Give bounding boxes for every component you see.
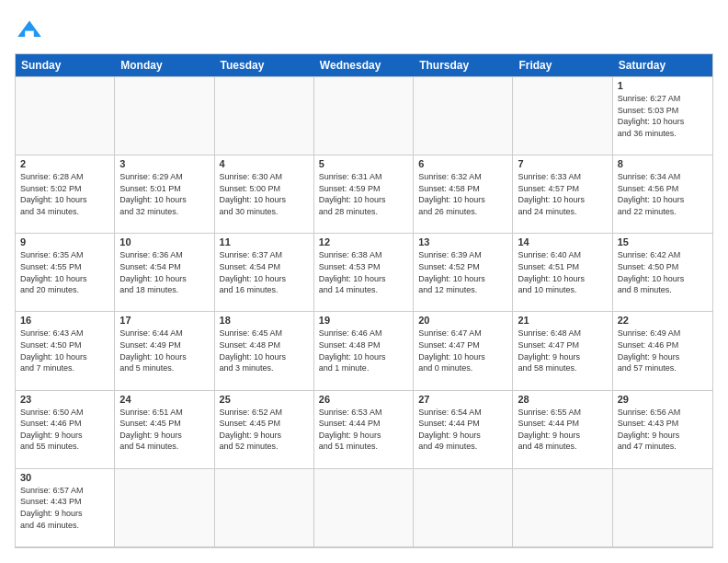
calendar-day-18: 18Sunrise: 6:45 AM Sunset: 4:48 PM Dayli… — [215, 312, 314, 390]
day-number: 9 — [20, 236, 109, 247]
day-info: Sunrise: 6:34 AM Sunset: 4:56 PM Dayligh… — [618, 171, 708, 217]
day-number: 24 — [119, 394, 209, 405]
calendar-day-8: 8Sunrise: 6:34 AM Sunset: 4:56 PM Daylig… — [613, 155, 712, 234]
day-number: 1 — [618, 80, 708, 91]
day-info: Sunrise: 6:45 AM Sunset: 4:48 PM Dayligh… — [220, 327, 309, 373]
calendar-day-24: 24Sunrise: 6:51 AM Sunset: 4:45 PM Dayli… — [115, 391, 214, 469]
day-info: Sunrise: 6:57 AM Sunset: 4:43 PM Dayligh… — [20, 485, 109, 531]
day-header-thursday: Thursday — [414, 54, 513, 76]
day-number: 27 — [418, 394, 507, 405]
calendar-day-9: 9Sunrise: 6:35 AM Sunset: 4:55 PM Daylig… — [16, 234, 115, 312]
calendar-empty-cell — [115, 469, 214, 547]
calendar-day-27: 27Sunrise: 6:54 AM Sunset: 4:44 PM Dayli… — [414, 391, 513, 469]
calendar-empty-cell — [414, 77, 513, 155]
logo — [15, 15, 48, 44]
calendar-empty-cell — [513, 77, 612, 155]
calendar-day-16: 16Sunrise: 6:43 AM Sunset: 4:50 PM Dayli… — [16, 312, 115, 390]
day-info: Sunrise: 6:46 AM Sunset: 4:48 PM Dayligh… — [319, 327, 408, 373]
day-number: 26 — [319, 394, 408, 405]
day-info: Sunrise: 6:47 AM Sunset: 4:47 PM Dayligh… — [418, 327, 507, 373]
day-number: 3 — [119, 158, 209, 169]
calendar-empty-cell — [613, 469, 712, 547]
calendar-day-4: 4Sunrise: 6:30 AM Sunset: 5:00 PM Daylig… — [215, 155, 314, 234]
page: SundayMondayTuesdayWednesdayThursdayFrid… — [0, 0, 728, 563]
svg-rect-2 — [25, 31, 34, 37]
day-number: 25 — [220, 394, 309, 405]
calendar-empty-cell — [215, 469, 314, 547]
day-number: 14 — [518, 236, 607, 247]
day-number: 22 — [618, 315, 708, 326]
calendar-day-10: 10Sunrise: 6:36 AM Sunset: 4:54 PM Dayli… — [115, 234, 214, 312]
calendar-day-23: 23Sunrise: 6:50 AM Sunset: 4:46 PM Dayli… — [16, 391, 115, 469]
day-number: 19 — [319, 315, 408, 326]
day-info: Sunrise: 6:30 AM Sunset: 5:00 PM Dayligh… — [220, 171, 309, 217]
calendar-empty-cell — [314, 77, 414, 155]
calendar-day-25: 25Sunrise: 6:52 AM Sunset: 4:45 PM Dayli… — [215, 391, 314, 469]
calendar-day-6: 6Sunrise: 6:32 AM Sunset: 4:58 PM Daylig… — [414, 155, 513, 234]
day-info: Sunrise: 6:27 AM Sunset: 5:03 PM Dayligh… — [618, 93, 708, 139]
logo-icon — [15, 15, 44, 44]
day-info: Sunrise: 6:37 AM Sunset: 4:54 PM Dayligh… — [220, 249, 309, 295]
calendar-empty-cell — [513, 469, 612, 547]
day-number: 4 — [220, 158, 309, 169]
calendar-empty-cell — [414, 469, 513, 547]
day-number: 28 — [518, 394, 607, 405]
calendar-empty-cell — [215, 77, 314, 155]
day-number: 10 — [119, 236, 209, 247]
calendar-day-15: 15Sunrise: 6:42 AM Sunset: 4:50 PM Dayli… — [613, 234, 712, 312]
day-header-saturday: Saturday — [613, 54, 712, 76]
day-number: 23 — [20, 394, 109, 405]
calendar-day-21: 21Sunrise: 6:48 AM Sunset: 4:47 PM Dayli… — [513, 312, 612, 390]
day-number: 20 — [418, 315, 507, 326]
calendar-day-30: 30Sunrise: 6:57 AM Sunset: 4:43 PM Dayli… — [16, 469, 115, 547]
calendar-grid: 1Sunrise: 6:27 AM Sunset: 5:03 PM Daylig… — [16, 76, 712, 547]
day-number: 7 — [518, 158, 607, 169]
calendar-day-3: 3Sunrise: 6:29 AM Sunset: 5:01 PM Daylig… — [115, 155, 214, 234]
calendar-day-22: 22Sunrise: 6:49 AM Sunset: 4:46 PM Dayli… — [613, 312, 712, 390]
day-header-tuesday: Tuesday — [215, 54, 314, 76]
calendar-day-7: 7Sunrise: 6:33 AM Sunset: 4:57 PM Daylig… — [513, 155, 612, 234]
day-number: 18 — [220, 315, 309, 326]
day-number: 8 — [618, 158, 708, 169]
header — [15, 15, 713, 44]
day-number: 11 — [220, 236, 309, 247]
day-info: Sunrise: 6:31 AM Sunset: 4:59 PM Dayligh… — [319, 171, 408, 217]
day-number: 21 — [518, 315, 607, 326]
calendar-day-26: 26Sunrise: 6:53 AM Sunset: 4:44 PM Dayli… — [314, 391, 414, 469]
day-info: Sunrise: 6:33 AM Sunset: 4:57 PM Dayligh… — [518, 171, 607, 217]
day-info: Sunrise: 6:39 AM Sunset: 4:52 PM Dayligh… — [418, 249, 507, 295]
day-info: Sunrise: 6:48 AM Sunset: 4:47 PM Dayligh… — [518, 327, 607, 373]
day-number: 13 — [418, 236, 507, 247]
calendar-day-5: 5Sunrise: 6:31 AM Sunset: 4:59 PM Daylig… — [314, 155, 414, 234]
calendar: SundayMondayTuesdayWednesdayThursdayFrid… — [15, 53, 713, 548]
calendar-day-2: 2Sunrise: 6:28 AM Sunset: 5:02 PM Daylig… — [16, 155, 115, 234]
calendar-day-29: 29Sunrise: 6:56 AM Sunset: 4:43 PM Dayli… — [613, 391, 712, 469]
day-header-monday: Monday — [115, 54, 214, 76]
day-info: Sunrise: 6:44 AM Sunset: 4:49 PM Dayligh… — [119, 327, 209, 373]
day-header-friday: Friday — [513, 54, 612, 76]
day-number: 6 — [418, 158, 507, 169]
calendar-empty-cell — [314, 469, 414, 547]
day-number: 12 — [319, 236, 408, 247]
calendar-day-12: 12Sunrise: 6:38 AM Sunset: 4:53 PM Dayli… — [314, 234, 414, 312]
day-number: 5 — [319, 158, 408, 169]
day-info: Sunrise: 6:43 AM Sunset: 4:50 PM Dayligh… — [20, 327, 109, 373]
day-info: Sunrise: 6:32 AM Sunset: 4:58 PM Dayligh… — [418, 171, 507, 217]
calendar-day-13: 13Sunrise: 6:39 AM Sunset: 4:52 PM Dayli… — [414, 234, 513, 312]
day-info: Sunrise: 6:54 AM Sunset: 4:44 PM Dayligh… — [418, 407, 507, 453]
day-number: 15 — [618, 236, 708, 247]
day-header-wednesday: Wednesday — [314, 54, 414, 76]
day-info: Sunrise: 6:49 AM Sunset: 4:46 PM Dayligh… — [618, 327, 708, 373]
calendar-day-28: 28Sunrise: 6:55 AM Sunset: 4:44 PM Dayli… — [513, 391, 612, 469]
calendar-day-14: 14Sunrise: 6:40 AM Sunset: 4:51 PM Dayli… — [513, 234, 612, 312]
day-info: Sunrise: 6:53 AM Sunset: 4:44 PM Dayligh… — [319, 407, 408, 453]
day-info: Sunrise: 6:52 AM Sunset: 4:45 PM Dayligh… — [220, 407, 309, 453]
day-info: Sunrise: 6:29 AM Sunset: 5:01 PM Dayligh… — [119, 171, 209, 217]
calendar-empty-cell — [16, 77, 115, 155]
day-number: 29 — [618, 394, 708, 405]
calendar-day-1: 1Sunrise: 6:27 AM Sunset: 5:03 PM Daylig… — [613, 77, 712, 155]
calendar-day-19: 19Sunrise: 6:46 AM Sunset: 4:48 PM Dayli… — [314, 312, 414, 390]
day-number: 16 — [20, 315, 109, 326]
day-number: 17 — [119, 315, 209, 326]
day-info: Sunrise: 6:40 AM Sunset: 4:51 PM Dayligh… — [518, 249, 607, 295]
